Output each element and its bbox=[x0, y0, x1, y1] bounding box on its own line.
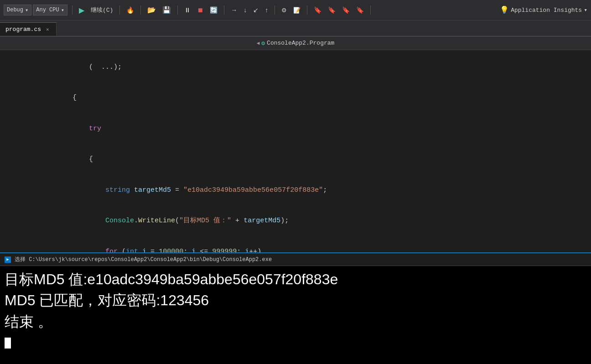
sep3 bbox=[140, 5, 141, 15]
program-tab[interactable]: program.cs ✕ bbox=[0, 22, 57, 36]
app-insights-group: 💡 Application Insights ▾ bbox=[500, 5, 587, 15]
line-gutter bbox=[21, 236, 30, 252]
restart-button[interactable]: 🔄 bbox=[208, 5, 219, 15]
sep5 bbox=[224, 5, 224, 15]
line-number bbox=[0, 52, 21, 83]
line-gutter bbox=[21, 113, 30, 144]
console-output: 目标MD5 值:e10adc3949ba59abbe56e057f20f883e… bbox=[0, 266, 591, 364]
program-tab-label: program.cs bbox=[5, 26, 41, 33]
debug-extra2[interactable]: 📝 bbox=[291, 5, 302, 15]
line-gutter bbox=[21, 83, 30, 114]
cpu-label: Any CPU bbox=[36, 7, 59, 13]
program-tab-close[interactable]: ✕ bbox=[45, 26, 51, 33]
code-line: { bbox=[0, 144, 591, 175]
console-cursor bbox=[5, 338, 11, 349]
cpu-dropdown[interactable]: Any CPU ▾ bbox=[33, 5, 67, 15]
continue-label[interactable]: 继续(C) bbox=[89, 5, 115, 15]
code-line: try bbox=[0, 113, 591, 144]
code-line: for (int i = 100000; i <= 999999; i++) bbox=[0, 236, 591, 252]
hot-reload-button[interactable]: 🔥 bbox=[124, 5, 136, 15]
console-title-bar: ▶ 选择 C:\Users\jk\source\repos\ConsoleApp… bbox=[0, 253, 591, 266]
debug-label: Debug bbox=[7, 7, 23, 13]
line-number bbox=[0, 113, 21, 144]
step-over-button[interactable]: ↓ bbox=[242, 5, 249, 15]
console-icon: ▶ bbox=[5, 256, 11, 263]
stop-button[interactable]: ⏹ bbox=[195, 5, 205, 15]
step-out-button[interactable]: ↑ bbox=[263, 5, 270, 15]
line-gutter bbox=[21, 144, 30, 175]
app-insights-label: Application Insights bbox=[511, 7, 582, 14]
continue-button[interactable]: ▶ bbox=[77, 5, 86, 15]
sep2 bbox=[119, 5, 120, 15]
console-title: 选择 C:\Users\jk\source\repos\ConsoleApp2\… bbox=[15, 256, 272, 263]
location-bar: ◀ ⚙ ConsoleApp2.Program bbox=[0, 36, 591, 50]
breakpoint-btn2[interactable]: 🔖 bbox=[326, 5, 337, 15]
app-insights-chevron: ▾ bbox=[584, 6, 587, 14]
open-file-button[interactable]: 📂 bbox=[145, 5, 158, 15]
line-content: { bbox=[30, 144, 93, 175]
save-button[interactable]: 💾 bbox=[161, 5, 173, 15]
line-content: Console.WriteLine("目标MD5 值：" + targetMd5… bbox=[30, 206, 289, 237]
main-window: Debug ▾ Any CPU ▾ ▶ 继续(C) 🔥 📂 💾 ⏸ ⏹ 🔄 → … bbox=[0, 0, 591, 364]
line-content: ( ...); bbox=[30, 52, 122, 83]
pause-button[interactable]: ⏸ bbox=[182, 5, 192, 15]
location-content: ◀ ⚙ ConsoleApp2.Program bbox=[257, 40, 335, 47]
sep6 bbox=[275, 5, 275, 15]
debug-chevron: ▾ bbox=[25, 7, 28, 14]
line-gutter bbox=[21, 52, 30, 83]
code-line: Console.WriteLine("目标MD5 值：" + targetMd5… bbox=[0, 206, 591, 237]
cpu-chevron: ▾ bbox=[61, 7, 64, 14]
console-panel: ▶ 选择 C:\Users\jk\source\repos\ConsoleApp… bbox=[0, 252, 591, 364]
tab-bar: program.cs ✕ bbox=[0, 21, 591, 36]
app-insights-icon: 💡 bbox=[500, 5, 509, 15]
location-icon: ⚙ bbox=[261, 40, 265, 47]
breakpoint-btn1[interactable]: 🔖 bbox=[312, 5, 323, 15]
sep7 bbox=[307, 5, 307, 15]
location-text: ConsoleApp2.Program bbox=[267, 40, 334, 46]
line-content: for (int i = 100000; i <= 999999; i++) bbox=[30, 236, 261, 252]
breakpoint-btn4[interactable]: 🔖 bbox=[354, 5, 366, 15]
console-line3: 结束 。 bbox=[5, 311, 586, 332]
line-gutter bbox=[21, 175, 30, 206]
sep8 bbox=[370, 5, 371, 15]
line-gutter bbox=[21, 206, 30, 237]
toolbar: Debug ▾ Any CPU ▾ ▶ 继续(C) 🔥 📂 💾 ⏸ ⏹ 🔄 → … bbox=[0, 0, 591, 21]
line-number bbox=[0, 83, 21, 114]
line-number bbox=[0, 175, 21, 206]
debug-dropdown[interactable]: Debug ▾ bbox=[4, 5, 31, 15]
debug-config-group: Debug ▾ Any CPU ▾ bbox=[4, 5, 67, 15]
line-number bbox=[0, 206, 21, 237]
console-cursor-line bbox=[5, 334, 586, 349]
line-content: { bbox=[30, 83, 77, 114]
sep4 bbox=[177, 5, 178, 15]
code-editor[interactable]: ( ...); { try bbox=[0, 50, 591, 252]
next-statement-button[interactable]: → bbox=[229, 5, 239, 15]
step-into-button[interactable]: ↙ bbox=[251, 5, 260, 15]
console-path: 选择 C:\Users\jk\source\repos\ConsoleApp2\… bbox=[15, 256, 272, 263]
console-line2: MD5 已匹配，对应密码:123456 bbox=[5, 290, 586, 311]
sep1 bbox=[72, 5, 73, 15]
debug-extra1[interactable]: ⚙ bbox=[280, 5, 289, 15]
line-number bbox=[0, 144, 21, 175]
code-container: ( ...); { try bbox=[0, 50, 591, 252]
breakpoint-btn3[interactable]: 🔖 bbox=[340, 5, 352, 15]
line-content: string targetMd5 = "e10adc3949ba59abbe56… bbox=[30, 175, 327, 206]
code-line: ( ...); bbox=[0, 52, 591, 83]
location-left-arrow: ◀ bbox=[257, 40, 260, 46]
console-line1: 目标MD5 值:e10adc3949ba59abbe56e057f20f883e bbox=[5, 269, 586, 290]
line-number bbox=[0, 236, 21, 252]
code-line: { bbox=[0, 83, 591, 114]
code-line: string targetMd5 = "e10adc3949ba59abbe56… bbox=[0, 175, 591, 206]
line-content: try bbox=[30, 113, 101, 144]
